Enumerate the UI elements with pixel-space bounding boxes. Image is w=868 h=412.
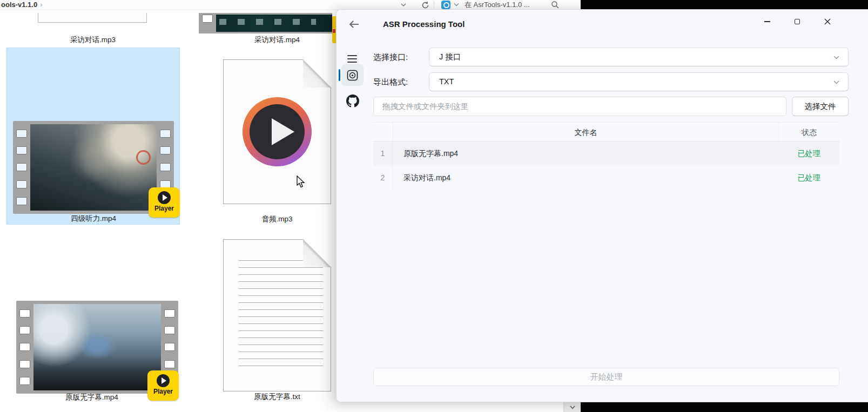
breadcrumb[interactable]: ools-v1.1.0› [1, 0, 43, 10]
search-app-icon[interactable] [441, 1, 450, 9]
file-label-yinpin-mp3[interactable]: 音频.mp3 [218, 214, 337, 224]
minimize-icon [764, 21, 770, 22]
address-dropdown-icon[interactable] [400, 1, 407, 9]
filmstrip-left [16, 301, 33, 394]
file-icon-caifang-mp4[interactable] [199, 13, 332, 33]
col-filename: 文件名 [393, 123, 778, 141]
chevron-down-icon [570, 406, 575, 409]
audio-play-icon [243, 97, 312, 166]
github-icon [346, 94, 359, 107]
file-label-caifang-mp4[interactable]: 采访对话.mp4 [218, 35, 337, 45]
file-label-caifang-mp3[interactable]: 采访对话.mp3 [33, 35, 152, 45]
format-value: TXT [439, 77, 454, 86]
status-badge: 已处理 [778, 141, 839, 166]
maximize-icon [795, 19, 800, 24]
file-table: 文件名 状态 1 原版无字幕.mp4 已处理 2 采访对话.mp4 已处理 [373, 122, 839, 190]
search-filter-chevron-icon[interactable] [454, 3, 459, 7]
interface-label: 选择接口: [373, 48, 408, 66]
window-title: ASR Processing Tool [383, 19, 465, 29]
asr-window: ASR Processing Tool 选择接口: J 接口 导出格 [336, 9, 868, 402]
play-icon [158, 191, 171, 204]
chevron-down-icon [833, 56, 839, 59]
row-filename: 原版无字幕.mp4 [393, 141, 778, 166]
maximize-button[interactable] [788, 15, 806, 28]
row-filename: 采访对话.mp4 [393, 166, 778, 190]
text-lines [239, 260, 323, 373]
scrollbar-down-button[interactable] [563, 402, 581, 412]
file-icon-caifang-mp3[interactable] [38, 13, 147, 23]
chevron-down-icon [833, 80, 839, 84]
breadcrumb-text: ools-v1.1.0 [1, 1, 37, 9]
toolbar-divider [434, 1, 434, 9]
player-badge: Player [147, 370, 179, 401]
minimize-button[interactable] [758, 15, 776, 28]
screen: ools-v1.1.0› 在 AsrTools-v1.1.0 ... 采访对话.… [0, 0, 868, 412]
sidebar-active-indicator [339, 69, 340, 81]
format-select[interactable]: TXT [429, 72, 849, 91]
file-icon-yinpin-mp3[interactable] [223, 59, 331, 204]
table-header: 文件名 状态 [373, 122, 839, 141]
breadcrumb-chevron-icon: › [40, 1, 42, 9]
filmstrip-left [13, 121, 30, 214]
video-thumbnail-police [33, 304, 161, 390]
play-icon [157, 374, 170, 387]
col-status: 状态 [778, 123, 839, 141]
file-label-yuanban-mp4[interactable]: 原版无字幕.mp4 [32, 393, 151, 402]
back-button[interactable] [348, 19, 360, 30]
sidebar-item-asr[interactable] [341, 64, 364, 86]
interface-select[interactable]: J 接口 [429, 48, 849, 66]
file-label-yuanban-txt[interactable]: 原版无字幕.txt [218, 392, 337, 402]
file-label-siji-mp4[interactable]: 四级听力.mp4 [34, 214, 153, 224]
file-drop-input[interactable]: 拖拽文件或文件夹到这里 [373, 97, 786, 116]
table-row[interactable]: 2 采访对话.mp4 已处理 [373, 166, 839, 190]
interface-value: J 接口 [439, 52, 461, 61]
choose-file-button[interactable]: 选择文件 [792, 97, 849, 116]
player-badge-label: Player [147, 388, 179, 395]
refresh-icon[interactable] [421, 1, 429, 9]
player-badge-label: Player [149, 205, 180, 212]
search-icon[interactable] [551, 1, 560, 9]
annotation-circle [136, 150, 151, 165]
filmstrip-hole [202, 15, 213, 23]
video-thumbnail-mountain [30, 124, 157, 211]
menu-button[interactable] [347, 55, 357, 65]
format-label: 导出格式: [373, 72, 408, 91]
close-icon [824, 18, 831, 25]
start-processing-button[interactable]: 开始处理 [373, 368, 839, 386]
sidebar-item-github[interactable] [346, 94, 359, 107]
status-badge: 已处理 [778, 166, 839, 190]
row-number: 1 [373, 141, 393, 166]
table-row[interactable]: 1 原版无字幕.mp4 已处理 [373, 141, 839, 166]
file-icon-yuanban-txt[interactable] [223, 239, 331, 391]
close-button[interactable] [818, 15, 837, 28]
search-input[interactable]: 在 AsrTools-v1.1.0 ... [465, 0, 530, 10]
player-badge: Player [149, 187, 180, 218]
row-number: 2 [373, 166, 393, 190]
video-thumbnail [216, 15, 332, 32]
record-icon [347, 70, 358, 81]
mouse-cursor [296, 175, 307, 188]
